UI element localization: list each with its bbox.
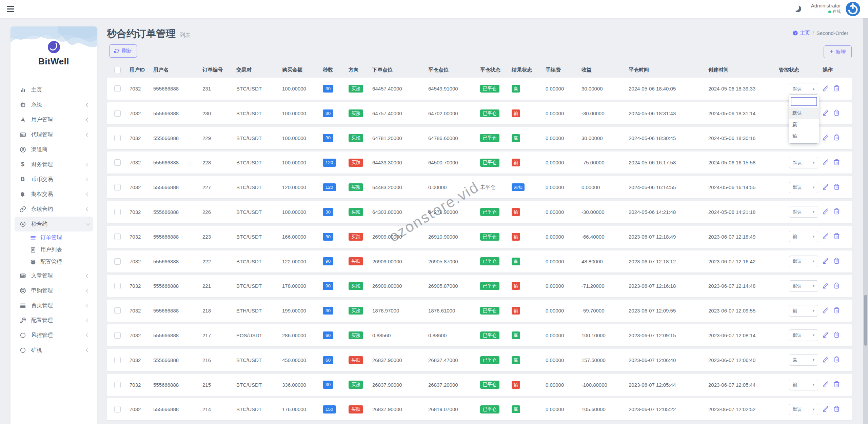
edit-pencil-icon[interactable] <box>823 356 829 363</box>
row-checkbox[interactable] <box>114 258 121 265</box>
scrollbar-track[interactable] <box>863 18 868 424</box>
delete-button[interactable] <box>833 109 840 117</box>
row-checkbox[interactable] <box>114 332 121 339</box>
delete-trash-icon[interactable] <box>833 356 840 363</box>
sidebar-item-9[interactable]: 秒合约 <box>15 217 93 231</box>
control-status-select[interactable]: 默认▼ <box>789 280 818 292</box>
dropdown-option[interactable]: 赢 <box>789 119 819 130</box>
scrollbar-thumb[interactable] <box>864 295 867 346</box>
delete-trash-icon[interactable] <box>833 184 840 190</box>
row-checkbox[interactable] <box>114 209 121 215</box>
control-status-select[interactable]: 默认▼ <box>789 329 818 341</box>
sidebar-item-7[interactable]: ฿期权交易 <box>15 187 93 202</box>
sidebar-item-1[interactable]: 系统 <box>15 97 93 112</box>
delete-button[interactable] <box>833 381 840 388</box>
delete-trash-icon[interactable] <box>833 85 840 92</box>
sidebar-item-8[interactable]: 永续合约 <box>15 202 93 217</box>
control-status-select[interactable]: 输▼ <box>789 231 818 242</box>
row-checkbox[interactable] <box>114 307 121 314</box>
delete-button[interactable] <box>833 356 840 364</box>
edit-button[interactable] <box>823 406 829 413</box>
row-checkbox[interactable] <box>114 135 121 141</box>
edit-pencil-icon[interactable] <box>823 85 829 92</box>
sidebar-item-3[interactable]: 代理管理 <box>15 127 93 142</box>
edit-pencil-icon[interactable] <box>823 159 829 165</box>
delete-button[interactable] <box>833 282 840 290</box>
edit-button[interactable] <box>823 381 829 388</box>
delete-button[interactable] <box>833 85 840 93</box>
edit-pencil-icon[interactable] <box>823 233 829 239</box>
user-avatar[interactable] <box>846 2 860 16</box>
sidebar-item-0[interactable]: 主页 <box>15 82 93 97</box>
edit-button[interactable] <box>823 356 829 364</box>
sidebar-item-10[interactable]: 文章管理 <box>15 268 93 283</box>
sidebar-subitem-配置管理[interactable]: 配置管理 <box>15 256 93 268</box>
edit-button[interactable] <box>823 233 829 240</box>
delete-trash-icon[interactable] <box>833 307 840 314</box>
sidebar-subitem-用户列表[interactable]: 用户列表 <box>15 244 93 256</box>
row-checkbox[interactable] <box>114 382 121 388</box>
row-checkbox[interactable] <box>114 406 121 412</box>
control-status-select[interactable]: 默认▲ <box>789 83 818 95</box>
dark-mode-moon-icon[interactable] <box>794 5 801 12</box>
select-all-checkbox[interactable] <box>114 67 121 73</box>
dropdown-search-input[interactable] <box>791 97 817 106</box>
delete-button[interactable] <box>833 233 840 240</box>
dropdown-option[interactable]: 默认 <box>789 107 819 119</box>
sidebar-item-13[interactable]: 配置管理 <box>15 313 93 328</box>
edit-button[interactable] <box>823 208 829 216</box>
edit-pencil-icon[interactable] <box>823 307 829 314</box>
row-checkbox[interactable] <box>114 110 121 117</box>
delete-trash-icon[interactable] <box>833 331 840 338</box>
sidebar-item-6[interactable]: B币币交易 <box>15 172 93 187</box>
delete-trash-icon[interactable] <box>833 233 840 239</box>
edit-button[interactable] <box>823 109 829 117</box>
control-status-select[interactable]: 默认▼ <box>789 157 818 168</box>
delete-trash-icon[interactable] <box>833 109 840 116</box>
delete-button[interactable] <box>833 184 840 191</box>
user-block[interactable]: Administrator 在线 <box>811 2 841 14</box>
add-button[interactable]: + 新增 <box>824 45 852 58</box>
edit-button[interactable] <box>823 282 829 290</box>
row-checkbox[interactable] <box>114 159 121 166</box>
delete-button[interactable] <box>833 208 840 216</box>
refresh-button[interactable]: 刷新 <box>109 44 137 58</box>
edit-button[interactable] <box>823 159 829 166</box>
control-status-select[interactable]: 默认▼ <box>789 182 818 193</box>
edit-pencil-icon[interactable] <box>823 134 829 141</box>
sidebar-item-5[interactable]: $财务管理 <box>15 157 93 172</box>
sidebar-item-4[interactable]: 渠道商 <box>15 142 93 157</box>
hamburger-menu-icon[interactable] <box>7 6 14 12</box>
edit-pencil-icon[interactable] <box>823 406 829 412</box>
delete-button[interactable] <box>833 406 840 413</box>
edit-pencil-icon[interactable] <box>823 331 829 338</box>
delete-trash-icon[interactable] <box>833 381 840 387</box>
edit-button[interactable] <box>823 85 829 93</box>
control-status-select[interactable]: 默认▼ <box>789 206 818 218</box>
sidebar-item-2[interactable]: 用户管理 <box>15 112 93 127</box>
control-status-select[interactable]: 默认▼ <box>789 256 818 267</box>
control-status-select[interactable]: 赢▼ <box>789 354 818 366</box>
edit-button[interactable] <box>823 134 829 142</box>
edit-button[interactable] <box>823 258 829 265</box>
delete-button[interactable] <box>833 307 840 315</box>
row-checkbox[interactable] <box>114 184 121 190</box>
delete-trash-icon[interactable] <box>833 208 840 215</box>
delete-button[interactable] <box>833 331 840 339</box>
edit-pencil-icon[interactable] <box>823 109 829 116</box>
delete-button[interactable] <box>833 159 840 166</box>
delete-trash-icon[interactable] <box>833 282 840 289</box>
edit-button[interactable] <box>823 184 829 191</box>
row-checkbox[interactable] <box>114 357 121 363</box>
sidebar-item-15[interactable]: 矿机 <box>15 343 93 358</box>
delete-trash-icon[interactable] <box>833 134 840 141</box>
delete-button[interactable] <box>833 134 840 142</box>
delete-button[interactable] <box>833 258 840 265</box>
control-status-select[interactable]: 输▼ <box>789 305 818 317</box>
control-status-select[interactable]: 输▼ <box>789 379 818 390</box>
delete-trash-icon[interactable] <box>833 159 840 165</box>
edit-button[interactable] <box>823 331 829 339</box>
edit-pencil-icon[interactable] <box>823 184 829 190</box>
dropdown-option[interactable]: 输 <box>789 130 819 142</box>
delete-trash-icon[interactable] <box>833 258 840 264</box>
